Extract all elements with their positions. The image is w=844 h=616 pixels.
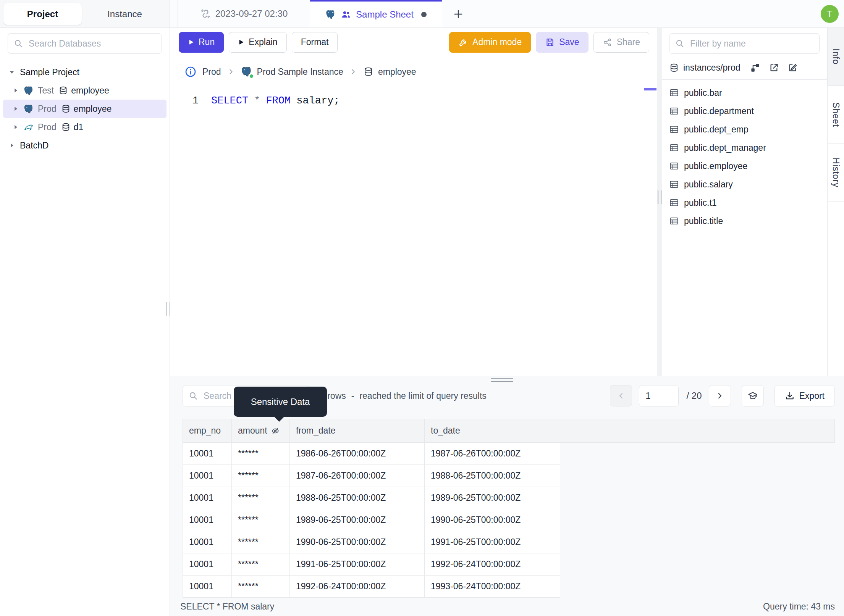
cell-amount-masked[interactable]: ****** [232,465,290,487]
schema-diagram-icon[interactable] [750,63,760,73]
table-list-item[interactable]: public.employee [662,157,827,175]
table-list-item[interactable]: public.t1 [662,194,827,212]
cell-from-date[interactable]: 1990-06-25T00:00:00Z [290,531,425,553]
cell-to-date[interactable]: 1987-06-26T00:00:00Z [425,443,560,465]
cell-amount-masked[interactable]: ****** [232,509,290,531]
table-filter-input[interactable] [689,38,819,49]
save-button[interactable]: Save [536,32,588,53]
sql-line-1: 1 SELECT * FROM salary; [170,93,340,108]
cell-amount-masked[interactable]: ****** [232,576,290,598]
run-button[interactable]: Run [179,32,224,53]
column-header-emp-no[interactable]: emp_no [183,419,232,443]
tab-project[interactable]: Project [3,3,82,25]
cell-from-date[interactable]: 1987-06-26T00:00:00Z [290,465,425,487]
table-row[interactable]: 10001 ****** 1987-06-26T00:00:00Z 1988-0… [183,465,835,487]
cell-emp-no[interactable]: 10001 [183,443,232,465]
cell-amount-masked[interactable]: ****** [232,553,290,576]
table-row[interactable]: 10001 ****** 1992-06-24T00:00:00Z 1993-0… [183,576,835,598]
tree-node-batchd[interactable]: BatchD [3,136,167,155]
chevron-right-icon [12,124,19,130]
avatar[interactable]: T [821,5,839,23]
cell-emp-no[interactable]: 10001 [183,487,232,509]
breadcrumb-instance[interactable]: Prod Sample Instance [241,66,343,77]
external-link-icon[interactable] [769,63,779,73]
table-row[interactable]: 10001 ****** 1988-06-25T00:00:00Z 1989-0… [183,487,835,509]
cell-amount-masked[interactable]: ****** [232,487,290,509]
tab-info[interactable]: Info [828,28,844,86]
row-count-info: 0 rows - reached the limit of query resu… [320,391,487,401]
database-label: employee [378,67,416,77]
tree-node-sample-project[interactable]: Sample Project [3,63,167,81]
next-page-button[interactable] [709,385,731,406]
connection-name: instances/prod [683,63,741,73]
cell-from-date[interactable]: 1988-06-25T00:00:00Z [290,487,425,509]
sheet-tab-active[interactable]: Sample Sheet [310,0,442,27]
column-header-amount[interactable]: amount [232,419,290,443]
cell-amount-masked[interactable]: ****** [232,531,290,553]
edit-icon[interactable] [787,63,798,73]
cell-to-date[interactable]: 1991-06-25T00:00:00Z [425,531,560,553]
database-search-input[interactable] [28,38,162,49]
cell-to-date[interactable]: 1993-06-24T00:00:00Z [425,576,560,598]
table-list-item[interactable]: public.salary [662,175,827,194]
breadcrumb-environment[interactable]: Prod [202,67,221,77]
share-button[interactable]: Share [593,32,649,53]
cell-emp-no[interactable]: 10001 [183,531,232,553]
sql-editor[interactable]: 1 SELECT * FROM salary; [170,87,657,376]
tab-instance[interactable]: Instance [82,3,168,25]
editor-panel-splitter[interactable] [657,28,662,376]
database-search[interactable] [8,33,162,54]
table-filter[interactable] [669,33,820,54]
database-icon [363,67,373,77]
cell-to-date[interactable]: 1988-06-25T00:00:00Z [425,465,560,487]
table-icon [669,198,679,208]
sheet-tab-unsaved[interactable]: 2023-09-27 02:30 [178,0,310,27]
admin-mode-button[interactable]: Admin mode [449,32,531,53]
table-list-item[interactable]: public.title [662,212,827,230]
tab-history[interactable]: History [828,144,844,202]
new-tab-button[interactable] [451,6,466,22]
tab-sheet[interactable]: Sheet [828,86,844,144]
info-icon[interactable] [184,66,197,78]
table-row[interactable]: 10001 ****** 1990-06-25T00:00:00Z 1991-0… [183,531,835,553]
format-button[interactable]: Format [292,32,338,53]
cell-emp-no[interactable]: 10001 [183,553,232,576]
cell-emp-no[interactable]: 10001 [183,509,232,531]
cell-to-date[interactable]: 1992-06-24T00:00:00Z [425,553,560,576]
column-header-to-date[interactable]: to_date [425,419,560,443]
cell-amount-masked[interactable]: ****** [232,443,290,465]
cell-from-date[interactable]: 1992-06-24T00:00:00Z [290,576,425,598]
table-list-item[interactable]: public.dept_manager [662,139,827,157]
format-label: Format [301,37,329,47]
cell-to-date[interactable]: 1990-06-25T00:00:00Z [425,509,560,531]
cell-emp-no[interactable]: 10001 [183,576,232,598]
page-number-input[interactable] [639,385,679,406]
table-list: public.bar public.department public.dept… [662,80,827,230]
cell-emp-no[interactable]: 10001 [183,465,232,487]
table-list-item[interactable]: public.department [662,102,827,120]
column-header-from-date[interactable]: from_date [290,419,425,443]
cell-filler [560,576,835,598]
tree-node-prod-d1[interactable]: Prod d1 [3,118,167,136]
table-row[interactable]: 10001 ****** 1986-06-26T00:00:00Z 1987-0… [183,443,835,465]
prev-page-button[interactable] [610,385,632,406]
export-button[interactable]: Export [774,385,835,406]
eye-off-icon[interactable] [271,426,280,435]
table-list-item[interactable]: public.dept_emp [662,120,827,139]
table-list-item[interactable]: public.bar [662,84,827,102]
sheet-tab-label: 2023-09-27 02:30 [215,8,288,19]
breadcrumb-database[interactable]: employee [363,67,416,77]
executed-query-text: SELECT * FROM salary [180,601,274,612]
tree-node-test-employee[interactable]: Test employee [3,81,167,100]
cell-from-date[interactable]: 1986-06-26T00:00:00Z [290,443,425,465]
explain-button[interactable]: Explain [229,32,286,53]
cell-from-date[interactable]: 1989-06-25T00:00:00Z [290,509,425,531]
table-row[interactable]: 10001 ****** 1989-06-25T00:00:00Z 1990-0… [183,509,835,531]
results-resize-handle[interactable] [491,378,513,382]
table-row[interactable]: 10001 ****** 1991-06-25T00:00:00Z 1992-0… [183,553,835,576]
cell-from-date[interactable]: 1991-06-25T00:00:00Z [290,553,425,576]
result-limit-button[interactable] [742,385,764,406]
splitter-handle[interactable] [658,190,661,204]
tree-node-prod-employee[interactable]: Prod employee [3,100,167,118]
cell-to-date[interactable]: 1989-06-25T00:00:00Z [425,487,560,509]
